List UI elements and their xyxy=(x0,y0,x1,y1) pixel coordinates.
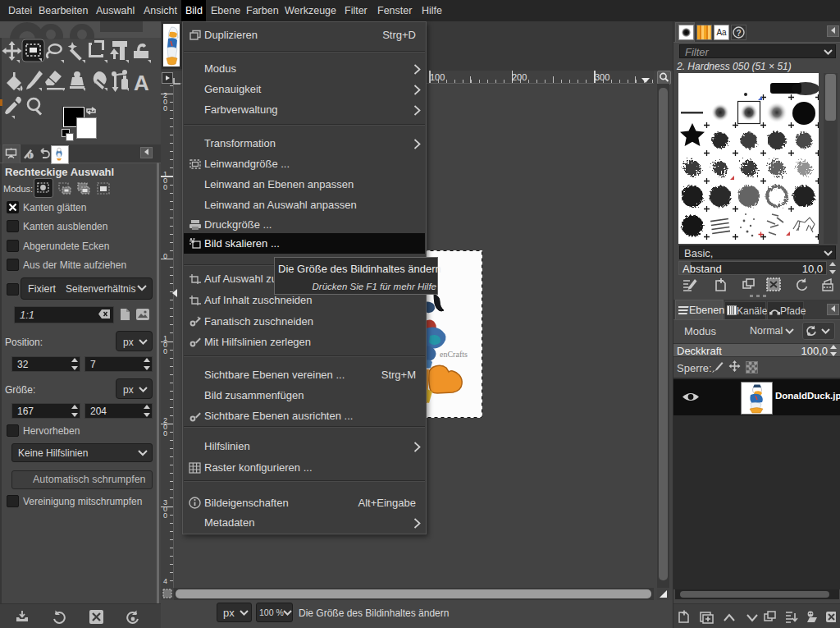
svg-text:i: i xyxy=(29,152,30,159)
svg-text:?: ? xyxy=(737,29,742,38)
svg-text:enCrafts: enCrafts xyxy=(440,350,468,359)
svg-text:A: A xyxy=(134,71,149,95)
